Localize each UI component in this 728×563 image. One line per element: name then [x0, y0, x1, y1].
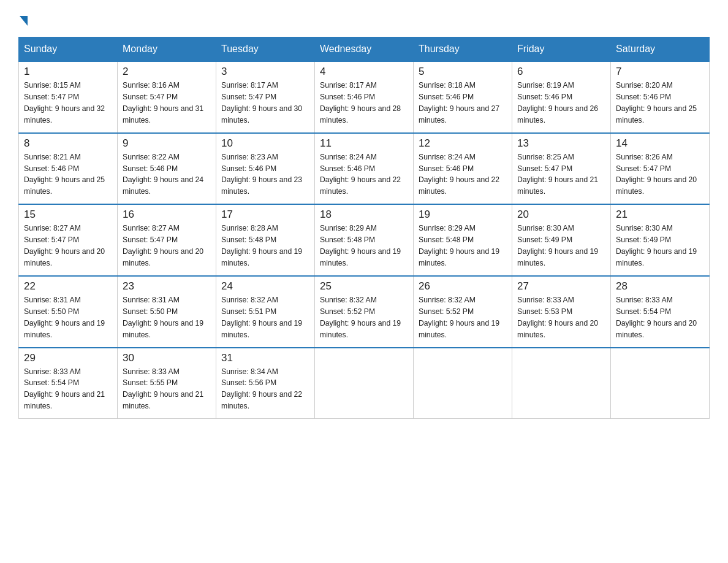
day-info: Sunrise: 8:15 AMSunset: 5:47 PMDaylight:… — [24, 80, 112, 126]
day-info: Sunrise: 8:19 AMSunset: 5:46 PMDaylight:… — [517, 80, 605, 126]
calendar-cell: 15Sunrise: 8:27 AMSunset: 5:47 PMDayligh… — [19, 204, 118, 276]
weekday-header-monday: Monday — [118, 37, 216, 62]
day-info: Sunrise: 8:24 AMSunset: 5:46 PMDaylight:… — [419, 151, 507, 198]
calendar-cell: 7Sunrise: 8:20 AMSunset: 5:46 PMDaylight… — [611, 61, 710, 133]
day-number: 12 — [419, 137, 507, 150]
calendar-cell: 6Sunrise: 8:19 AMSunset: 5:46 PMDaylight… — [512, 61, 611, 133]
calendar-cell — [512, 348, 611, 419]
calendar-week-row: 8Sunrise: 8:21 AMSunset: 5:46 PMDaylight… — [19, 133, 710, 205]
calendar-cell: 29Sunrise: 8:33 AMSunset: 5:54 PMDayligh… — [19, 348, 118, 419]
day-number: 11 — [320, 137, 408, 150]
calendar-cell: 25Sunrise: 8:32 AMSunset: 5:52 PMDayligh… — [315, 276, 414, 348]
day-info: Sunrise: 8:30 AMSunset: 5:49 PMDaylight:… — [616, 223, 704, 269]
weekday-header-thursday: Thursday — [414, 37, 512, 62]
calendar-cell: 11Sunrise: 8:24 AMSunset: 5:46 PMDayligh… — [315, 133, 414, 205]
day-info: Sunrise: 8:21 AMSunset: 5:46 PMDaylight:… — [24, 151, 112, 198]
day-info: Sunrise: 8:33 AMSunset: 5:54 PMDaylight:… — [616, 294, 704, 341]
day-info: Sunrise: 8:33 AMSunset: 5:55 PMDaylight:… — [123, 366, 211, 413]
day-info: Sunrise: 8:31 AMSunset: 5:50 PMDaylight:… — [24, 294, 112, 341]
calendar-cell: 17Sunrise: 8:28 AMSunset: 5:48 PMDayligh… — [216, 204, 315, 276]
day-info: Sunrise: 8:32 AMSunset: 5:51 PMDaylight:… — [221, 294, 309, 341]
logo — [18, 12, 28, 26]
day-number: 29 — [24, 352, 112, 364]
day-number: 9 — [123, 137, 211, 150]
weekday-header-sunday: Sunday — [19, 37, 118, 62]
day-number: 2 — [123, 66, 211, 78]
day-info: Sunrise: 8:25 AMSunset: 5:47 PMDaylight:… — [517, 151, 605, 198]
calendar-cell: 10Sunrise: 8:23 AMSunset: 5:46 PMDayligh… — [216, 133, 315, 205]
calendar-cell: 18Sunrise: 8:29 AMSunset: 5:48 PMDayligh… — [315, 204, 414, 276]
day-info: Sunrise: 8:17 AMSunset: 5:46 PMDaylight:… — [320, 80, 408, 126]
day-number: 6 — [517, 66, 605, 78]
calendar-cell: 9Sunrise: 8:22 AMSunset: 5:46 PMDaylight… — [118, 133, 216, 205]
day-number: 24 — [221, 280, 309, 293]
calendar-cell: 30Sunrise: 8:33 AMSunset: 5:55 PMDayligh… — [118, 348, 216, 419]
calendar-cell: 26Sunrise: 8:32 AMSunset: 5:52 PMDayligh… — [414, 276, 512, 348]
day-info: Sunrise: 8:18 AMSunset: 5:46 PMDaylight:… — [419, 80, 507, 126]
weekday-header-saturday: Saturday — [611, 37, 710, 62]
day-number: 17 — [221, 209, 309, 221]
day-number: 20 — [517, 209, 605, 221]
day-info: Sunrise: 8:24 AMSunset: 5:46 PMDaylight:… — [320, 151, 408, 198]
day-info: Sunrise: 8:17 AMSunset: 5:47 PMDaylight:… — [221, 80, 309, 126]
day-info: Sunrise: 8:29 AMSunset: 5:48 PMDaylight:… — [419, 223, 507, 269]
day-info: Sunrise: 8:33 AMSunset: 5:54 PMDaylight:… — [24, 366, 112, 413]
calendar-cell: 31Sunrise: 8:34 AMSunset: 5:56 PMDayligh… — [216, 348, 315, 419]
day-number: 31 — [221, 352, 309, 364]
day-number: 23 — [123, 280, 211, 293]
calendar-cell: 20Sunrise: 8:30 AMSunset: 5:49 PMDayligh… — [512, 204, 611, 276]
day-number: 7 — [616, 66, 704, 78]
calendar-cell: 13Sunrise: 8:25 AMSunset: 5:47 PMDayligh… — [512, 133, 611, 205]
weekday-header-wednesday: Wednesday — [315, 37, 414, 62]
day-number: 14 — [616, 137, 704, 150]
calendar-cell: 16Sunrise: 8:27 AMSunset: 5:47 PMDayligh… — [118, 204, 216, 276]
day-info: Sunrise: 8:34 AMSunset: 5:56 PMDaylight:… — [221, 366, 309, 413]
calendar-cell: 2Sunrise: 8:16 AMSunset: 5:47 PMDaylight… — [118, 61, 216, 133]
day-number: 10 — [221, 137, 309, 150]
calendar-cell — [414, 348, 512, 419]
calendar-cell: 1Sunrise: 8:15 AMSunset: 5:47 PMDaylight… — [19, 61, 118, 133]
header — [18, 12, 710, 26]
day-info: Sunrise: 8:27 AMSunset: 5:47 PMDaylight:… — [24, 223, 112, 269]
calendar-cell: 8Sunrise: 8:21 AMSunset: 5:46 PMDaylight… — [19, 133, 118, 205]
day-info: Sunrise: 8:33 AMSunset: 5:53 PMDaylight:… — [517, 294, 605, 341]
day-number: 3 — [221, 66, 309, 78]
calendar-cell: 19Sunrise: 8:29 AMSunset: 5:48 PMDayligh… — [414, 204, 512, 276]
day-number: 16 — [123, 209, 211, 221]
day-info: Sunrise: 8:32 AMSunset: 5:52 PMDaylight:… — [419, 294, 507, 341]
logo-arrow-icon — [20, 16, 28, 26]
calendar-cell: 28Sunrise: 8:33 AMSunset: 5:54 PMDayligh… — [611, 276, 710, 348]
calendar-cell: 22Sunrise: 8:31 AMSunset: 5:50 PMDayligh… — [19, 276, 118, 348]
day-info: Sunrise: 8:32 AMSunset: 5:52 PMDaylight:… — [320, 294, 408, 341]
day-info: Sunrise: 8:22 AMSunset: 5:46 PMDaylight:… — [123, 151, 211, 198]
calendar-cell: 21Sunrise: 8:30 AMSunset: 5:49 PMDayligh… — [611, 204, 710, 276]
day-number: 22 — [24, 280, 112, 293]
calendar-cell — [315, 348, 414, 419]
calendar-cell: 14Sunrise: 8:26 AMSunset: 5:47 PMDayligh… — [611, 133, 710, 205]
day-number: 27 — [517, 280, 605, 293]
calendar-cell: 23Sunrise: 8:31 AMSunset: 5:50 PMDayligh… — [118, 276, 216, 348]
calendar-cell: 3Sunrise: 8:17 AMSunset: 5:47 PMDaylight… — [216, 61, 315, 133]
day-number: 8 — [24, 137, 112, 150]
calendar-cell: 24Sunrise: 8:32 AMSunset: 5:51 PMDayligh… — [216, 276, 315, 348]
day-number: 30 — [123, 352, 211, 364]
day-info: Sunrise: 8:30 AMSunset: 5:49 PMDaylight:… — [517, 223, 605, 269]
calendar-cell: 27Sunrise: 8:33 AMSunset: 5:53 PMDayligh… — [512, 276, 611, 348]
day-number: 4 — [320, 66, 408, 78]
day-number: 13 — [517, 137, 605, 150]
weekday-header-tuesday: Tuesday — [216, 37, 315, 62]
day-number: 25 — [320, 280, 408, 293]
calendar-week-row: 1Sunrise: 8:15 AMSunset: 5:47 PMDaylight… — [19, 61, 710, 133]
weekday-header-friday: Friday — [512, 37, 611, 62]
calendar-cell: 4Sunrise: 8:17 AMSunset: 5:46 PMDaylight… — [315, 61, 414, 133]
day-info: Sunrise: 8:31 AMSunset: 5:50 PMDaylight:… — [123, 294, 211, 341]
calendar-week-row: 29Sunrise: 8:33 AMSunset: 5:54 PMDayligh… — [19, 348, 710, 419]
day-number: 21 — [616, 209, 704, 221]
calendar-cell: 5Sunrise: 8:18 AMSunset: 5:46 PMDaylight… — [414, 61, 512, 133]
day-info: Sunrise: 8:29 AMSunset: 5:48 PMDaylight:… — [320, 223, 408, 269]
day-info: Sunrise: 8:23 AMSunset: 5:46 PMDaylight:… — [221, 151, 309, 198]
day-info: Sunrise: 8:16 AMSunset: 5:47 PMDaylight:… — [123, 80, 211, 126]
day-number: 15 — [24, 209, 112, 221]
day-number: 1 — [24, 66, 112, 78]
calendar-cell — [611, 348, 710, 419]
